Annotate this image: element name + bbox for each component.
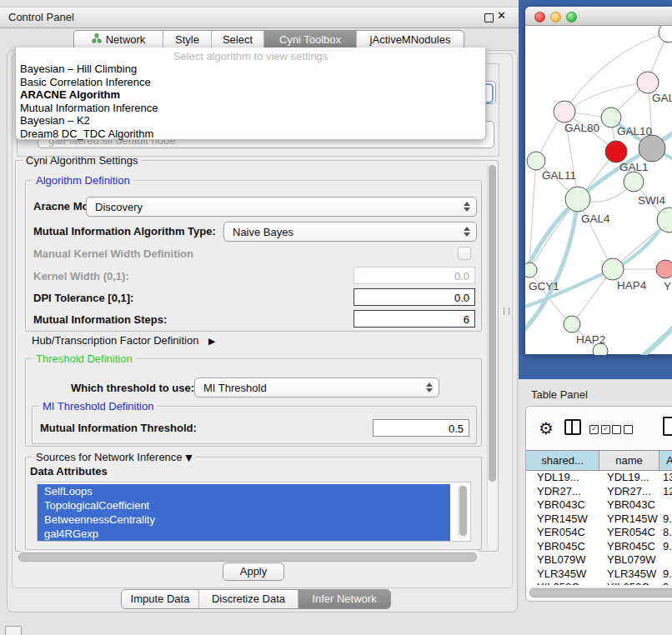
popup-item-aracne[interactable]: ARACNE Algorithm bbox=[16, 88, 485, 102]
tab-style[interactable]: Style bbox=[163, 31, 211, 49]
node-gal11[interactable] bbox=[527, 152, 545, 170]
threshold-definition-title: Threshold Definition bbox=[33, 352, 136, 365]
window-close-icon[interactable] bbox=[534, 12, 545, 22]
popup-placeholder: Select algorithm to view settings bbox=[16, 50, 485, 62]
combo-stepper-icon bbox=[462, 222, 472, 241]
popup-item-bayesian-hill-climbing[interactable]: Bayesian – Hill Climbing bbox=[16, 62, 485, 76]
popup-item-mutual-information[interactable]: Mutual Information Inference bbox=[16, 102, 485, 115]
popup-item-bayesian-k2[interactable]: Bayesian – K2 bbox=[16, 114, 485, 128]
node-unlabeled-green[interactable] bbox=[624, 172, 644, 192]
node-gal80[interactable] bbox=[554, 101, 575, 122]
table-toolbar: ⚙ ✓✓ bbox=[526, 407, 672, 450]
aracne-mode-combo[interactable]: Discovery bbox=[86, 197, 477, 217]
gear-icon[interactable]: ⚙ bbox=[539, 418, 554, 438]
dpi-tolerance-field[interactable]: 0.0 bbox=[354, 288, 475, 306]
document-icon[interactable] bbox=[663, 417, 672, 436]
table-row[interactable]: YER054C YER054C 8. bbox=[526, 526, 672, 540]
network-window-titlebar bbox=[525, 7, 672, 26]
tab-network[interactable]: Network bbox=[74, 31, 163, 49]
tab-infer-network[interactable]: Infer Network bbox=[298, 590, 390, 608]
combo-stepper-icon bbox=[462, 198, 472, 216]
settings-scrollbar-thumb[interactable] bbox=[489, 165, 496, 482]
mi-type-label: Mutual Information Algorithm Type: bbox=[33, 225, 216, 238]
node-gal1-red[interactable] bbox=[605, 141, 627, 162]
tab-cyni-toolbox[interactable]: Cyni Toolbox bbox=[263, 31, 356, 49]
sources-group-title[interactable]: Sources for Network Inference ▼ bbox=[33, 451, 196, 463]
list-item[interactable]: gal4RGexp bbox=[38, 527, 450, 541]
table-row[interactable]: YDL19... YDL19... 13 bbox=[526, 471, 672, 485]
unchecked-columns-icon[interactable] bbox=[612, 422, 633, 435]
window-zoom-icon[interactable] bbox=[566, 12, 577, 22]
node-y-partial[interactable] bbox=[656, 260, 672, 278]
node-gcy1[interactable] bbox=[525, 262, 537, 278]
tab-select[interactable]: Select bbox=[211, 31, 263, 49]
collapse-down-icon: ▼ bbox=[185, 452, 192, 463]
node-gal4[interactable] bbox=[565, 187, 590, 212]
checked-columns-icon[interactable]: ✓✓ bbox=[589, 422, 610, 435]
svg-text:GAL11: GAL11 bbox=[542, 169, 576, 182]
manual-kernel-checkbox bbox=[458, 247, 471, 260]
svg-text:GAL4: GAL4 bbox=[581, 212, 610, 225]
apply-button[interactable]: Apply bbox=[223, 562, 284, 581]
screen: Control Panel ✕ Network Style Select Cyn… bbox=[0, 0, 672, 635]
close-icon[interactable]: ✕ bbox=[497, 9, 506, 22]
table-hscrollbar-thumb[interactable] bbox=[529, 588, 672, 598]
table-row[interactable]: YDR27... YDR27... 12 bbox=[526, 485, 672, 499]
table-row[interactable]: YPR145W YPR145W 9. bbox=[526, 512, 672, 527]
split-pane-icon[interactable] bbox=[564, 419, 581, 435]
mi-steps-label: Mutual Information Steps: bbox=[33, 313, 167, 326]
restore-panel-icon[interactable] bbox=[5, 626, 22, 635]
settings-vertical-scrollbar[interactable] bbox=[487, 162, 498, 548]
popup-item-dream8[interactable]: Dream8 DC_TDC Algorithm bbox=[16, 128, 485, 141]
node-gray[interactable] bbox=[639, 135, 665, 162]
table-row[interactable]: YBR045C YBR045C 9. bbox=[526, 540, 672, 554]
which-threshold-combo[interactable]: MI Threshold bbox=[194, 378, 439, 398]
column-header-shared-name[interactable]: shared... bbox=[526, 451, 599, 470]
kernel-width-field: 0.0 bbox=[354, 267, 475, 284]
svg-text:Y: Y bbox=[664, 280, 671, 292]
panel-splitter-handle[interactable] bbox=[504, 308, 509, 315]
data-attributes-label: Data Attributes bbox=[30, 465, 108, 478]
list-item[interactable]: SelfLoops bbox=[38, 484, 450, 498]
tab-jactivemnodules[interactable]: jActiveMNodules bbox=[356, 31, 464, 49]
control-panel-title: Control Panel bbox=[8, 11, 74, 23]
data-attributes-list[interactable]: SelfLoopsTopologicalCoefficientBetweenne… bbox=[37, 482, 471, 542]
tab-impute-data[interactable]: Impute Data bbox=[122, 590, 198, 608]
node-hap2[interactable] bbox=[564, 316, 580, 332]
list-item[interactable]: TopologicalCoefficient bbox=[38, 498, 450, 512]
settings-hscrollbar-thumb[interactable] bbox=[18, 552, 477, 562]
table-horizontal-scrollbar[interactable] bbox=[528, 587, 672, 597]
attributes-scrollbar-thumb[interactable] bbox=[459, 486, 467, 536]
table-row[interactable]: YBL079W YBL079W bbox=[526, 553, 672, 568]
bottom-tabbar: Impute Data Discretize Data Infer Networ… bbox=[121, 589, 391, 609]
settings-horizontal-scrollbar[interactable] bbox=[17, 551, 482, 561]
manual-kernel-label: Manual Kernel Width Definition bbox=[33, 248, 193, 260]
mi-threshold-field[interactable]: 0.5 bbox=[373, 419, 469, 437]
mi-steps-field[interactable]: 6 bbox=[354, 310, 475, 328]
popup-item-basic-correlation[interactable]: Basic Correlation Inference bbox=[16, 76, 485, 89]
mi-type-value: Naive Bayes bbox=[233, 226, 293, 238]
table-row[interactable]: YBR043C YBR043C bbox=[526, 498, 672, 512]
svg-text:GAL: GAL bbox=[652, 92, 672, 104]
which-threshold-label: Which threshold to use: bbox=[71, 382, 194, 394]
svg-text:HAP4: HAP4 bbox=[617, 279, 647, 292]
tab-discretize-data[interactable]: Discretize Data bbox=[198, 590, 298, 608]
svg-text:GAL80: GAL80 bbox=[564, 122, 599, 134]
table-row[interactable]: YLR345W YLR345W 9. bbox=[526, 568, 672, 582]
table-body[interactable]: YDL19... YDL19... 13 YDR27... YDR27... 1… bbox=[526, 471, 672, 585]
table-row[interactable]: YIL052C YIL052C 9 bbox=[526, 581, 672, 585]
hub-definition-expander[interactable]: Hub/Transcription Factor Definition ▶ bbox=[32, 334, 215, 347]
column-header-name[interactable]: name bbox=[599, 451, 659, 470]
float-window-icon[interactable] bbox=[484, 13, 494, 22]
node-unlabeled-top[interactable] bbox=[659, 26, 672, 42]
column-header-partial[interactable]: A bbox=[659, 451, 672, 470]
window-minimize-icon[interactable] bbox=[550, 12, 561, 22]
attributes-list-scrollbar[interactable] bbox=[458, 484, 468, 539]
node-hap4[interactable] bbox=[602, 258, 624, 280]
tab-network-label: Network bbox=[106, 31, 146, 49]
svg-text:GCY1: GCY1 bbox=[529, 280, 559, 292]
node-gal-partial[interactable] bbox=[637, 72, 659, 93]
mi-type-combo[interactable]: Naive Bayes bbox=[223, 222, 477, 242]
network-canvas[interactable]: GAL GAL80 GAL10 GAL1 GAL11 GAL4 SWI4 GCY… bbox=[525, 26, 672, 355]
list-item[interactable]: BetweennessCentrality bbox=[38, 512, 450, 527]
